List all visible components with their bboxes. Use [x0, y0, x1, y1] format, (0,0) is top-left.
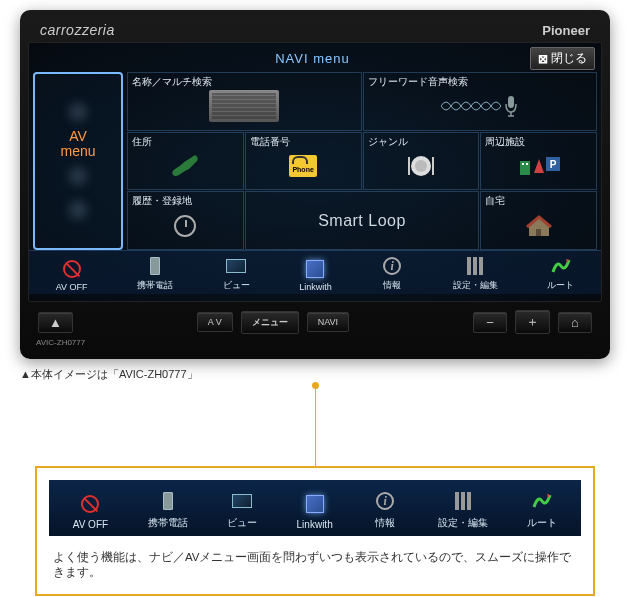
blur-decoration — [67, 165, 89, 187]
cell-label: フリーワード音声検索 — [368, 75, 468, 89]
prohibit-icon — [81, 495, 99, 513]
close-icon: ⊠ — [538, 52, 548, 66]
japan-map-icon — [165, 151, 205, 181]
svg-rect-9 — [526, 163, 528, 165]
cb-route[interactable]: ルート — [527, 488, 557, 530]
cell-label: 自宅 — [485, 194, 505, 208]
av-menu-side-button[interactable]: AVmenu — [33, 72, 123, 250]
cb-settings[interactable]: 設定・編集 — [438, 488, 488, 530]
connector-line — [315, 386, 316, 466]
device-frame: carrozzeria Pioneer NAVI menu ⊠ 閉じる AVme… — [20, 10, 610, 359]
smartloop-logo: Smart Loop — [318, 212, 406, 230]
svg-rect-5 — [408, 157, 410, 175]
cell-address[interactable]: 住所 — [127, 132, 244, 191]
route-icon — [551, 258, 571, 274]
waveform-mic-icon — [441, 94, 519, 118]
cell-genre[interactable]: ジャンル — [363, 132, 480, 191]
cell-smartloop[interactable]: Smart Loop — [245, 191, 480, 250]
cell-phone-number[interactable]: 電話番号 Phone — [245, 132, 362, 191]
bb-av-off[interactable]: AV OFF — [56, 258, 88, 292]
model-label: AVIC-ZH0777 — [28, 338, 602, 351]
route-icon — [532, 493, 552, 509]
plate-cutlery-icon — [406, 151, 436, 181]
close-label: 閉じる — [551, 50, 587, 67]
hw-menu-button[interactable]: メニュー — [241, 311, 299, 334]
bb-route[interactable]: ルート — [547, 255, 574, 292]
cell-label: ジャンル — [368, 135, 408, 149]
hw-av-button[interactable]: A V — [197, 312, 233, 332]
cell-surrounding-facilities[interactable]: 周辺施設 P — [480, 132, 597, 191]
brand-carrozzeria: carrozzeria — [40, 22, 115, 38]
hw-eject-button[interactable]: ▲ — [38, 312, 73, 333]
av-side-label: AVmenu — [60, 129, 95, 160]
phone-icon: Phone — [289, 155, 317, 177]
mobile-phone-icon — [163, 492, 173, 510]
top-bezel: carrozzeria Pioneer — [28, 18, 602, 42]
svg-rect-7 — [520, 161, 530, 175]
blur-decoration — [67, 199, 89, 221]
view-icon — [226, 259, 246, 273]
callout-description: よく使う機能は、ナビ／AVメニュー画面を問わずいつも表示されているので、スムーズ… — [49, 536, 581, 582]
house-icon — [523, 214, 555, 238]
cell-label: 住所 — [132, 135, 152, 149]
blur-decoration — [67, 101, 89, 123]
cell-name-multi-search[interactable]: 名称／マルチ検索 — [127, 72, 362, 131]
svg-point-4 — [415, 160, 427, 172]
bb-info[interactable]: i情報 — [381, 255, 403, 292]
hw-vol-up-button[interactable]: ＋ — [515, 310, 550, 334]
callout-toolbar: AV OFF 携帯電話 ビュー Linkwith i情報 設定・編集 ルート — [49, 480, 581, 536]
cell-label: 周辺施設 — [485, 135, 525, 149]
cb-mobile-phone[interactable]: 携帯電話 — [148, 488, 188, 530]
cb-info[interactable]: i情報 — [372, 488, 398, 530]
screen-main: AVmenu 名称／マルチ検索 フリーワード音声検索 — [29, 72, 601, 250]
screen-header: NAVI menu ⊠ 閉じる — [29, 43, 601, 72]
cell-label: 電話番号 — [250, 135, 290, 149]
callout-box: AV OFF 携帯電話 ビュー Linkwith i情報 設定・編集 ルート よ… — [35, 466, 595, 596]
cell-home[interactable]: 自宅 — [480, 191, 597, 250]
cell-label: 履歴・登録地 — [132, 194, 192, 208]
linkwith-icon — [306, 260, 324, 278]
menu-grid: 名称／マルチ検索 フリーワード音声検索 住所 電話番号 Phone — [127, 72, 597, 250]
tools-icon — [455, 492, 471, 510]
brand-pioneer: Pioneer — [542, 23, 590, 38]
clock-icon — [174, 215, 196, 237]
nav-menu-title: NAVI menu — [275, 51, 350, 66]
hw-home-button[interactable]: ⌂ — [558, 312, 592, 333]
bb-view[interactable]: ビュー — [223, 255, 250, 292]
cell-label: 名称／マルチ検索 — [132, 75, 212, 89]
svg-rect-12 — [536, 229, 541, 236]
svg-rect-0 — [508, 96, 514, 108]
linkwith-icon — [306, 495, 324, 513]
bottom-toolbar: AV OFF 携帯電話 ビュー Linkwith i情報 設定・編集 ルート — [29, 250, 601, 294]
cell-history[interactable]: 履歴・登録地 — [127, 191, 244, 250]
view-icon — [232, 494, 252, 508]
hardware-buttons: ▲ A V メニュー NAVI − ＋ ⌂ — [28, 302, 602, 338]
facilities-icon: P — [518, 157, 560, 175]
prohibit-icon — [63, 260, 81, 278]
info-icon: i — [383, 257, 401, 275]
svg-rect-6 — [432, 157, 434, 175]
hw-navi-button[interactable]: NAVI — [307, 312, 349, 332]
tools-icon — [467, 257, 483, 275]
bb-settings[interactable]: 設定・編集 — [453, 255, 498, 292]
cell-freeword-voice-search[interactable]: フリーワード音声検索 — [363, 72, 598, 131]
cb-view[interactable]: ビュー — [227, 488, 257, 530]
screen: NAVI menu ⊠ 閉じる AVmenu 名称／マルチ検索 — [28, 42, 602, 302]
cb-av-off[interactable]: AV OFF — [73, 491, 108, 530]
keyboard-icon — [209, 90, 279, 122]
close-button[interactable]: ⊠ 閉じる — [530, 47, 595, 70]
info-icon: i — [376, 492, 394, 510]
svg-text:P: P — [549, 159, 556, 170]
bb-linkwith[interactable]: Linkwith — [299, 258, 332, 292]
mobile-phone-icon — [150, 257, 160, 275]
cb-linkwith[interactable]: Linkwith — [297, 491, 333, 530]
bb-mobile-phone[interactable]: 携帯電話 — [137, 255, 173, 292]
svg-rect-8 — [522, 163, 524, 165]
hw-vol-down-button[interactable]: − — [473, 312, 507, 333]
